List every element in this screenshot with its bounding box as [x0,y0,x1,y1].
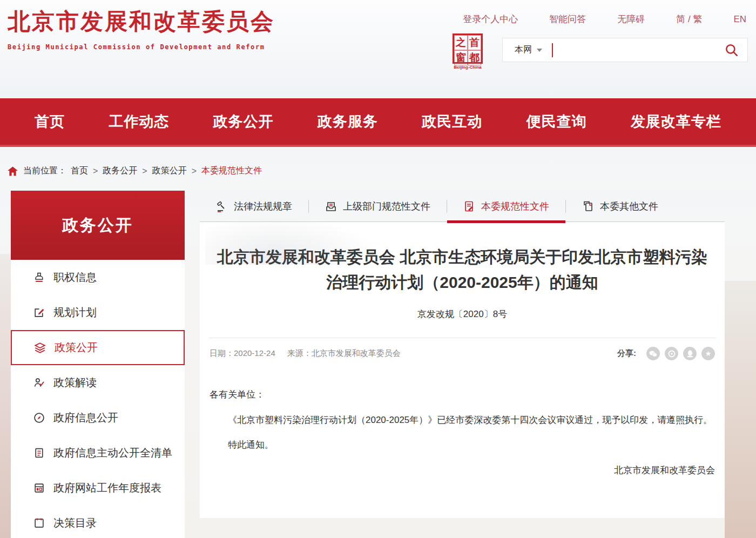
nav-item-convenience-query[interactable]: 便民查询 [526,112,587,131]
search-scope-dropdown[interactable]: 本网 [503,44,542,56]
stamp-icon [32,272,45,283]
breadcrumb-current: 本委规范性文件 [201,165,262,177]
document-tabs: 法律法规规章 上级部门规范性文件 本委规范性文件 本 [200,191,725,222]
sidebar-item-policy-open[interactable]: 政策公开 [11,330,185,365]
compass-icon [32,412,45,423]
home-icon [8,166,18,176]
inbox-icon [325,200,337,212]
plan-edit-icon [32,307,45,318]
breadcrumb-separator: > [192,166,197,176]
nav-item-interaction[interactable]: 政民互动 [422,112,482,131]
login-personal-center-link[interactable]: 登录个人中心 [463,13,518,25]
tab-label: 本委其他文件 [600,200,658,213]
tab-superior-normative-documents[interactable]: 上级部门规范性文件 [309,191,447,221]
tab-commission-normative-documents[interactable]: 本委规范性文件 [447,191,565,221]
sidebar-title: 政务公开 [62,214,133,237]
utility-links: 登录个人中心 智能问答 无障碍 简 / 繁 EN [431,13,746,25]
search-input[interactable] [553,38,716,62]
wechat-share-icon[interactable] [646,347,660,360]
chevron-down-icon [537,49,542,52]
share-widget: 分享: ★ [617,347,715,360]
seal-char: 之 [454,35,468,50]
source-value: 北京市发展和改革委员会 [312,348,401,358]
report-icon [32,482,45,494]
capital-window-seal-logo[interactable]: 之 首 窗 都 Beijing-China [451,33,484,70]
qq-share-icon[interactable] [683,347,697,360]
sidebar-item-label: 政策解读 [53,375,97,390]
doc-pen-icon [463,200,475,212]
seal-icon: 之 首 窗 都 [453,33,483,64]
site-subtitle: Beijing Municipal Commission of Developm… [8,43,275,51]
breadcrumb-separator: > [142,166,147,176]
sidebar-item-label: 规划计划 [53,305,97,320]
breadcrumb-gov-affairs[interactable]: 政务公开 [103,165,137,177]
weibo-share-icon[interactable] [665,347,678,360]
sidebar-item-proactive-disclosure-list[interactable]: 政府信息主动公开全清单 [11,435,185,470]
paragraph: 《北京市塑料污染治理行动计划（2020-2025年）》已经市委深改委第十四次会议… [210,411,715,431]
article-body: 各有关单位： 《北京市塑料污染治理行动计划（2020-2025年）》已经市委深改… [208,385,716,480]
sidebar-item-decision-catalog[interactable]: 决策目录 [11,506,185,538]
search-icon [725,43,739,57]
background-watermark [205,216,378,265]
sidebar-item-label: 决策目录 [53,516,97,530]
nav-item-reform-column[interactable]: 发展改革专栏 [631,112,721,131]
sidebar-item-policy-interpretation[interactable]: 政策解读 [11,365,185,400]
salutation: 各有关单位： [210,385,715,405]
background-decor-right [725,281,756,538]
seal-caption: Beijing-China [451,65,484,70]
tab-commission-other-documents[interactable]: 本委其他文件 [566,191,674,221]
breadcrumb-home[interactable]: 首页 [71,165,88,177]
breadcrumb: 当前位置： 首页 > 政务公开 > 政策公开 > 本委规范性文件 [8,165,756,177]
breadcrumb-separator: > [93,166,98,176]
sidebar-item-authority-info[interactable]: 职权信息 [11,260,185,295]
sidebar-item-planning[interactable]: 规划计划 [11,295,185,330]
sidebar: 政务公开 职权信息 规划计划 政策公开 政策解读 [11,191,185,538]
nav-item-gov-services[interactable]: 政务服务 [318,112,378,131]
gavel-icon [216,200,228,212]
article-meta: 日期：2020-12-24来源：北京市发展和改革委员会 分享: ★ [208,338,716,360]
english-link[interactable]: EN [733,14,746,25]
seal-char: 窗 [454,50,468,65]
breadcrumb-prefix: 当前位置： [23,165,66,177]
interpretation-icon [32,377,45,388]
site-header: 北京市发展和改革委员会 Beijing Municipal Commission… [0,0,756,98]
sidebar-item-label: 政策公开 [55,340,98,355]
article: 北京市发展和改革委员会 北京市生态环境局关于印发北京市塑料污染治理行动计划（20… [200,222,725,518]
sidebar-item-gov-info-open[interactable]: 政府信息公开 [11,400,185,435]
date-source: 日期：2020-12-24来源：北京市发展和改革委员会 [210,348,401,359]
date-value: 2020-12-24 [234,348,275,358]
sidebar-item-label: 政府信息公开 [53,411,118,425]
layers-icon [33,342,46,354]
nav-item-gov-affairs[interactable]: 政务公开 [213,112,274,131]
simplified-traditional-toggle[interactable]: 简 / 繁 [676,13,702,25]
content-area: 政务公开 职权信息 规划计划 政策公开 政策解读 [0,191,756,538]
site-logo[interactable]: 北京市发展和改革委员会 Beijing Municipal Commission… [8,6,275,51]
catalog-icon [32,517,45,529]
sidebar-item-label: 职权信息 [53,270,97,285]
accessibility-link[interactable]: 无障碍 [617,13,645,25]
paragraph: 特此通知。 [210,435,715,455]
date-label: 日期： [210,348,234,358]
sidebar-item-label: 政府网站工作年度报表 [53,481,161,495]
background-decor-left [0,254,11,538]
seal-char: 都 [468,50,481,65]
tab-label: 法律法规规章 [234,200,292,213]
star-share-icon[interactable]: ★ [701,347,715,360]
smart-qa-link[interactable]: 智能问答 [549,13,586,25]
copy-docs-icon [582,200,594,212]
breadcrumb-policy-open[interactable]: 政策公开 [152,165,187,177]
nav-item-home[interactable]: 首页 [35,112,65,131]
nav-item-work-news[interactable]: 工作动态 [109,112,169,131]
source-label: 来源： [287,348,312,358]
search-button[interactable] [716,43,747,57]
site-title: 北京市发展和改革委员会 [8,6,275,37]
signature: 北京市发展和改革委员会 [210,461,715,481]
tab-laws-regulations[interactable]: 法律法规规章 [200,191,308,221]
list-doc-icon [32,447,45,459]
main-navigation: 首页 工作动态 政务公开 政务服务 政民互动 便民查询 发展改革专栏 [0,98,756,147]
share-label: 分享: [617,348,636,359]
search-scope-label: 本网 [515,44,532,56]
sidebar-item-label: 政府信息主动公开全清单 [53,446,172,460]
tab-label: 上级部门规范性文件 [343,200,430,213]
sidebar-item-website-annual-report[interactable]: 政府网站工作年度报表 [11,470,185,506]
